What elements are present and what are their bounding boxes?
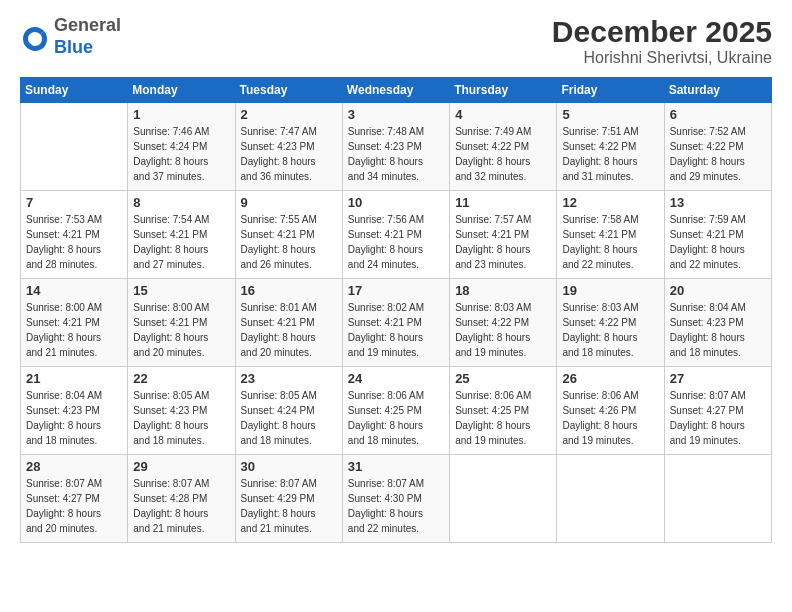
calendar-cell: 11Sunrise: 7:57 AMSunset: 4:21 PMDayligh… bbox=[450, 191, 557, 279]
day-number: 14 bbox=[26, 283, 122, 298]
day-info: Sunrise: 7:46 AMSunset: 4:24 PMDaylight:… bbox=[133, 124, 229, 184]
calendar-week-4: 21Sunrise: 8:04 AMSunset: 4:23 PMDayligh… bbox=[21, 367, 772, 455]
day-info: Sunrise: 7:49 AMSunset: 4:22 PMDaylight:… bbox=[455, 124, 551, 184]
day-info: Sunrise: 7:53 AMSunset: 4:21 PMDaylight:… bbox=[26, 212, 122, 272]
calendar-cell: 15Sunrise: 8:00 AMSunset: 4:21 PMDayligh… bbox=[128, 279, 235, 367]
day-info: Sunrise: 8:07 AMSunset: 4:27 PMDaylight:… bbox=[670, 388, 766, 448]
calendar-cell: 17Sunrise: 8:02 AMSunset: 4:21 PMDayligh… bbox=[342, 279, 449, 367]
calendar-cell: 18Sunrise: 8:03 AMSunset: 4:22 PMDayligh… bbox=[450, 279, 557, 367]
day-info: Sunrise: 8:03 AMSunset: 4:22 PMDaylight:… bbox=[562, 300, 658, 360]
calendar-cell: 21Sunrise: 8:04 AMSunset: 4:23 PMDayligh… bbox=[21, 367, 128, 455]
calendar-cell bbox=[450, 455, 557, 543]
day-number: 10 bbox=[348, 195, 444, 210]
calendar-cell: 5Sunrise: 7:51 AMSunset: 4:22 PMDaylight… bbox=[557, 103, 664, 191]
calendar-header-row: SundayMondayTuesdayWednesdayThursdayFrid… bbox=[21, 78, 772, 103]
day-number: 5 bbox=[562, 107, 658, 122]
day-number: 16 bbox=[241, 283, 337, 298]
day-info: Sunrise: 8:03 AMSunset: 4:22 PMDaylight:… bbox=[455, 300, 551, 360]
day-info: Sunrise: 7:52 AMSunset: 4:22 PMDaylight:… bbox=[670, 124, 766, 184]
day-info: Sunrise: 7:58 AMSunset: 4:21 PMDaylight:… bbox=[562, 212, 658, 272]
day-info: Sunrise: 8:04 AMSunset: 4:23 PMDaylight:… bbox=[670, 300, 766, 360]
day-info: Sunrise: 8:00 AMSunset: 4:21 PMDaylight:… bbox=[26, 300, 122, 360]
calendar-cell: 22Sunrise: 8:05 AMSunset: 4:23 PMDayligh… bbox=[128, 367, 235, 455]
day-number: 17 bbox=[348, 283, 444, 298]
day-info: Sunrise: 8:07 AMSunset: 4:30 PMDaylight:… bbox=[348, 476, 444, 536]
calendar-cell bbox=[557, 455, 664, 543]
calendar-cell: 26Sunrise: 8:06 AMSunset: 4:26 PMDayligh… bbox=[557, 367, 664, 455]
day-number: 24 bbox=[348, 371, 444, 386]
calendar-cell: 20Sunrise: 8:04 AMSunset: 4:23 PMDayligh… bbox=[664, 279, 771, 367]
logo-blue-text: Blue bbox=[54, 37, 93, 57]
day-number: 27 bbox=[670, 371, 766, 386]
calendar-cell: 28Sunrise: 8:07 AMSunset: 4:27 PMDayligh… bbox=[21, 455, 128, 543]
day-number: 15 bbox=[133, 283, 229, 298]
calendar-cell bbox=[664, 455, 771, 543]
calendar-cell: 13Sunrise: 7:59 AMSunset: 4:21 PMDayligh… bbox=[664, 191, 771, 279]
day-number: 30 bbox=[241, 459, 337, 474]
calendar-cell: 12Sunrise: 7:58 AMSunset: 4:21 PMDayligh… bbox=[557, 191, 664, 279]
calendar-cell: 7Sunrise: 7:53 AMSunset: 4:21 PMDaylight… bbox=[21, 191, 128, 279]
day-number: 13 bbox=[670, 195, 766, 210]
calendar-dow-tuesday: Tuesday bbox=[235, 78, 342, 103]
day-info: Sunrise: 8:07 AMSunset: 4:29 PMDaylight:… bbox=[241, 476, 337, 536]
calendar-cell: 29Sunrise: 8:07 AMSunset: 4:28 PMDayligh… bbox=[128, 455, 235, 543]
day-info: Sunrise: 7:47 AMSunset: 4:23 PMDaylight:… bbox=[241, 124, 337, 184]
calendar-cell: 16Sunrise: 8:01 AMSunset: 4:21 PMDayligh… bbox=[235, 279, 342, 367]
day-info: Sunrise: 8:04 AMSunset: 4:23 PMDaylight:… bbox=[26, 388, 122, 448]
calendar-dow-thursday: Thursday bbox=[450, 78, 557, 103]
day-info: Sunrise: 7:54 AMSunset: 4:21 PMDaylight:… bbox=[133, 212, 229, 272]
day-number: 1 bbox=[133, 107, 229, 122]
day-info: Sunrise: 8:05 AMSunset: 4:24 PMDaylight:… bbox=[241, 388, 337, 448]
logo: General Blue bbox=[20, 15, 121, 58]
logo-text: General Blue bbox=[54, 15, 121, 58]
calendar-cell: 8Sunrise: 7:54 AMSunset: 4:21 PMDaylight… bbox=[128, 191, 235, 279]
title-block: December 2025 Horishni Sherivtsi, Ukrain… bbox=[552, 15, 772, 67]
day-info: Sunrise: 8:02 AMSunset: 4:21 PMDaylight:… bbox=[348, 300, 444, 360]
day-info: Sunrise: 7:55 AMSunset: 4:21 PMDaylight:… bbox=[241, 212, 337, 272]
day-number: 9 bbox=[241, 195, 337, 210]
calendar-dow-saturday: Saturday bbox=[664, 78, 771, 103]
day-info: Sunrise: 7:57 AMSunset: 4:21 PMDaylight:… bbox=[455, 212, 551, 272]
day-number: 28 bbox=[26, 459, 122, 474]
calendar-cell: 25Sunrise: 8:06 AMSunset: 4:25 PMDayligh… bbox=[450, 367, 557, 455]
day-number: 18 bbox=[455, 283, 551, 298]
day-number: 25 bbox=[455, 371, 551, 386]
calendar-dow-friday: Friday bbox=[557, 78, 664, 103]
calendar-cell: 27Sunrise: 8:07 AMSunset: 4:27 PMDayligh… bbox=[664, 367, 771, 455]
day-number: 22 bbox=[133, 371, 229, 386]
day-number: 31 bbox=[348, 459, 444, 474]
logo-general-text: General bbox=[54, 15, 121, 35]
calendar-dow-wednesday: Wednesday bbox=[342, 78, 449, 103]
calendar-cell: 6Sunrise: 7:52 AMSunset: 4:22 PMDaylight… bbox=[664, 103, 771, 191]
calendar-cell: 23Sunrise: 8:05 AMSunset: 4:24 PMDayligh… bbox=[235, 367, 342, 455]
calendar-cell bbox=[21, 103, 128, 191]
day-info: Sunrise: 8:00 AMSunset: 4:21 PMDaylight:… bbox=[133, 300, 229, 360]
day-number: 8 bbox=[133, 195, 229, 210]
header: General Blue December 2025 Horishni Sher… bbox=[20, 15, 772, 67]
calendar-week-5: 28Sunrise: 8:07 AMSunset: 4:27 PMDayligh… bbox=[21, 455, 772, 543]
calendar-cell: 2Sunrise: 7:47 AMSunset: 4:23 PMDaylight… bbox=[235, 103, 342, 191]
calendar-week-3: 14Sunrise: 8:00 AMSunset: 4:21 PMDayligh… bbox=[21, 279, 772, 367]
calendar-dow-sunday: Sunday bbox=[21, 78, 128, 103]
day-info: Sunrise: 8:05 AMSunset: 4:23 PMDaylight:… bbox=[133, 388, 229, 448]
calendar-cell: 31Sunrise: 8:07 AMSunset: 4:30 PMDayligh… bbox=[342, 455, 449, 543]
page: General Blue December 2025 Horishni Sher… bbox=[0, 0, 792, 612]
day-number: 21 bbox=[26, 371, 122, 386]
day-number: 6 bbox=[670, 107, 766, 122]
day-number: 3 bbox=[348, 107, 444, 122]
day-info: Sunrise: 8:06 AMSunset: 4:25 PMDaylight:… bbox=[348, 388, 444, 448]
day-info: Sunrise: 7:51 AMSunset: 4:22 PMDaylight:… bbox=[562, 124, 658, 184]
day-info: Sunrise: 8:06 AMSunset: 4:25 PMDaylight:… bbox=[455, 388, 551, 448]
calendar-subtitle: Horishni Sherivtsi, Ukraine bbox=[552, 49, 772, 67]
calendar-week-1: 1Sunrise: 7:46 AMSunset: 4:24 PMDaylight… bbox=[21, 103, 772, 191]
day-number: 23 bbox=[241, 371, 337, 386]
calendar-week-2: 7Sunrise: 7:53 AMSunset: 4:21 PMDaylight… bbox=[21, 191, 772, 279]
day-number: 26 bbox=[562, 371, 658, 386]
calendar-cell: 19Sunrise: 8:03 AMSunset: 4:22 PMDayligh… bbox=[557, 279, 664, 367]
calendar-cell: 4Sunrise: 7:49 AMSunset: 4:22 PMDaylight… bbox=[450, 103, 557, 191]
day-number: 7 bbox=[26, 195, 122, 210]
day-info: Sunrise: 8:07 AMSunset: 4:27 PMDaylight:… bbox=[26, 476, 122, 536]
day-number: 4 bbox=[455, 107, 551, 122]
day-info: Sunrise: 8:01 AMSunset: 4:21 PMDaylight:… bbox=[241, 300, 337, 360]
calendar-cell: 24Sunrise: 8:06 AMSunset: 4:25 PMDayligh… bbox=[342, 367, 449, 455]
